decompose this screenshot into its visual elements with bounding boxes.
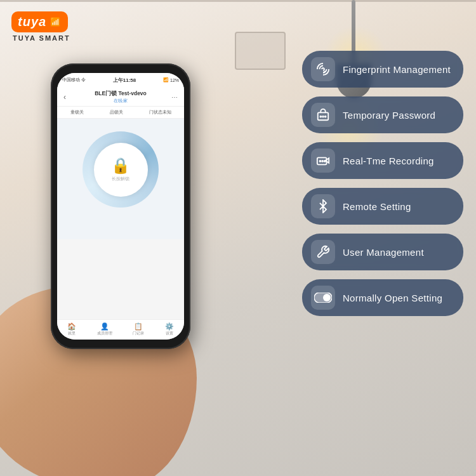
normally-open-label: Normally Open Setting <box>343 293 442 303</box>
tab-brand[interactable]: 品锁关 <box>110 109 123 116</box>
members-label: 成员管理 <box>97 331 112 336</box>
phone-sub-tabs: 童锁关 品锁关 门状态未知 <box>57 107 184 119</box>
settings-icon: ⚙️ <box>165 322 174 331</box>
user-management-label: User Management <box>343 247 424 258</box>
lock-icon[interactable]: 🔒 <box>111 157 130 175</box>
phone-lock-area: 🔒 长按解锁 <box>57 119 184 239</box>
wrench-icon <box>316 245 330 259</box>
password-icon <box>316 108 330 122</box>
device-name-text: BLE门锁 Test-vdevo <box>95 90 147 98</box>
nav-title-area: BLE门锁 Test-vdevo 在线·家 <box>95 90 147 104</box>
signal-icon: 📶 <box>163 77 169 83</box>
feature-remote-setting[interactable]: Remote Setting <box>302 188 463 225</box>
bottom-nav-records[interactable]: 📋 门记录 <box>133 322 144 336</box>
tab-childlock[interactable]: 童锁关 <box>70 109 84 116</box>
temp-password-label: Temporary Password <box>343 110 435 121</box>
svg-point-1 <box>320 116 321 117</box>
phone-screen: 中国移动 令 上午11:58 📶 12% ‹ BLE门锁 Test-vdevo … <box>57 73 184 340</box>
remote-label: Remote Setting <box>343 201 411 212</box>
recording-icon-circle <box>311 149 335 173</box>
bluetooth-icon <box>316 199 330 213</box>
user-icon-circle <box>311 240 335 264</box>
svg-point-2 <box>322 116 324 117</box>
feature-recording[interactable]: Real-Tme Recording <box>302 142 463 179</box>
home-label: 就里 <box>68 331 76 336</box>
tuya-brand-text: tuya <box>18 15 46 29</box>
phone-bottom-nav: 🏠 就里 👤 成员管理 📋 门记录 ⚙️ 设置 <box>57 319 184 340</box>
phone: 中国移动 令 上午11:58 📶 12% ‹ BLE门锁 Test-vdevo … <box>51 63 190 349</box>
toggle-icon-circle <box>311 286 335 310</box>
fingerprint-icon-circle <box>311 57 335 81</box>
lock-action-label: 长按解锁 <box>112 176 129 182</box>
battery-text: 📶 12% <box>163 77 179 83</box>
wall-picture <box>235 32 286 70</box>
fingerprint-icon <box>316 62 330 76</box>
nav-row: ‹ BLE门锁 Test-vdevo 在线·家 ⋯ <box>63 90 178 104</box>
back-chevron-icon: ‹ <box>63 93 66 102</box>
features-list: Fingerprint Management Temporary Passwor… <box>302 51 463 316</box>
bottom-nav-home[interactable]: 🏠 就里 <box>67 322 76 336</box>
settings-label: 设置 <box>166 331 173 336</box>
carrier-text: 中国移动 令 <box>62 77 86 83</box>
time-text: 上午11:58 <box>113 77 136 84</box>
tuya-badge: tuya 📶 <box>11 11 68 32</box>
toggle-icon <box>314 293 332 303</box>
home-icon: 🏠 <box>67 322 76 331</box>
fingerprint-label: Fingerprint Management <box>343 64 451 75</box>
lock-ring-outer: 🔒 长按解锁 <box>83 131 159 208</box>
wifi-icon: 📶 <box>50 17 60 27</box>
tab-doorstate[interactable]: 门状态未知 <box>149 109 171 116</box>
svg-point-3 <box>325 116 326 117</box>
svg-point-5 <box>319 161 321 162</box>
svg-point-7 <box>324 161 326 162</box>
phone-status-bar: 中国移动 令 上午11:58 📶 12% <box>57 73 184 87</box>
recording-label: Real-Tme Recording <box>343 155 434 166</box>
menu-icon: ⋯ <box>171 94 178 101</box>
remote-icon-circle <box>311 194 335 218</box>
temp-password-icon-circle <box>311 103 335 127</box>
tuya-logo: tuya 📶 TUYA SMART <box>11 11 70 42</box>
svg-point-6 <box>322 161 323 162</box>
feature-user-management[interactable]: User Management <box>302 234 463 270</box>
svg-point-9 <box>323 294 331 301</box>
phone-nav-header: ‹ BLE门锁 Test-vdevo 在线·家 ⋯ <box>57 87 184 107</box>
recording-icon <box>316 154 330 168</box>
feature-normally-open[interactable]: Normally Open Setting <box>302 279 463 316</box>
bottom-nav-members[interactable]: 👤 成员管理 <box>97 322 112 336</box>
wall-line <box>0 0 476 2</box>
feature-temp-password[interactable]: Temporary Password <box>302 96 463 133</box>
bottom-nav-settings[interactable]: ⚙️ 设置 <box>165 322 174 336</box>
records-label: 门记录 <box>133 331 144 336</box>
feature-fingerprint[interactable]: Fingerprint Management <box>302 51 463 88</box>
records-icon: 📋 <box>134 322 143 331</box>
members-icon: 👤 <box>100 322 109 331</box>
lock-ring-inner: 🔒 长按解锁 <box>94 143 148 197</box>
device-status-text: 在线·家 <box>95 98 147 104</box>
tuya-tagline: TUYA SMART <box>13 34 70 42</box>
